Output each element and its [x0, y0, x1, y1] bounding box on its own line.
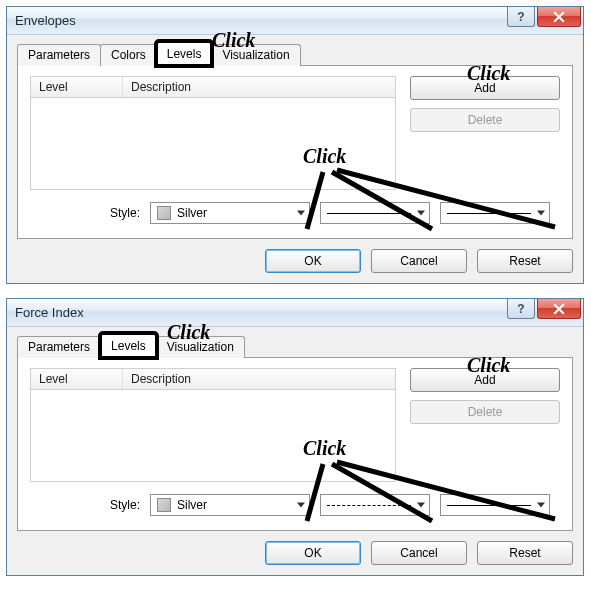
column-header-level[interactable]: Level: [31, 77, 123, 97]
tab-panel-levels: Level Description Add Delete Style: Silv…: [17, 65, 573, 239]
line-weight-combo[interactable]: [440, 494, 550, 516]
cancel-button[interactable]: Cancel: [371, 541, 467, 565]
dialog-title: Force Index: [15, 305, 84, 320]
levels-grid-body[interactable]: [30, 98, 396, 190]
levels-grid: Level Description: [30, 76, 396, 190]
window-buttons: [505, 299, 581, 319]
line-weight-preview: [447, 505, 531, 506]
tab-parameters[interactable]: Parameters: [17, 336, 101, 358]
delete-button: Delete: [410, 400, 560, 424]
chevron-down-icon: [537, 211, 545, 216]
dialog-title: Envelopes: [15, 13, 76, 28]
style-color-value: Silver: [177, 206, 207, 220]
line-style-combo[interactable]: [320, 202, 430, 224]
close-button[interactable]: [537, 7, 581, 27]
style-color-combo[interactable]: Silver: [150, 494, 310, 516]
line-style-combo[interactable]: [320, 494, 430, 516]
tabstrip: Parameters Levels Visualization: [17, 335, 573, 358]
ok-button[interactable]: OK: [265, 249, 361, 273]
tab-levels[interactable]: Levels: [156, 41, 213, 66]
chevron-down-icon: [417, 503, 425, 508]
tab-panel-levels: Level Description Add Delete Style: Silv…: [17, 357, 573, 531]
chevron-down-icon: [417, 211, 425, 216]
add-button[interactable]: Add: [410, 76, 560, 100]
dialog-buttons: OK Cancel Reset: [17, 531, 573, 565]
silver-swatch-icon: [157, 206, 171, 220]
add-button[interactable]: Add: [410, 368, 560, 392]
cancel-button[interactable]: Cancel: [371, 249, 467, 273]
dialog-envelopes: Envelopes Parameters Colors Levels Visua…: [6, 6, 584, 284]
style-color-combo[interactable]: Silver: [150, 202, 310, 224]
titlebar: Envelopes: [7, 7, 583, 35]
tab-colors[interactable]: Colors: [100, 44, 157, 66]
tab-parameters[interactable]: Parameters: [17, 44, 101, 66]
levels-grid: Level Description: [30, 368, 396, 482]
reset-button[interactable]: Reset: [477, 249, 573, 273]
dialog-buttons: OK Cancel Reset: [17, 239, 573, 273]
chevron-down-icon: [297, 211, 305, 216]
dialog-force-index: Force Index Parameters Levels Visualizat…: [6, 298, 584, 576]
tabstrip: Parameters Colors Levels Visualization: [17, 43, 573, 66]
reset-button[interactable]: Reset: [477, 541, 573, 565]
levels-grid-body[interactable]: [30, 390, 396, 482]
column-header-description[interactable]: Description: [123, 77, 395, 97]
line-style-preview: [327, 213, 411, 214]
line-weight-preview: [447, 213, 531, 214]
close-button[interactable]: [537, 299, 581, 319]
style-label: Style:: [30, 498, 150, 512]
column-header-level[interactable]: Level: [31, 369, 123, 389]
style-label: Style:: [30, 206, 150, 220]
delete-button: Delete: [410, 108, 560, 132]
titlebar: Force Index: [7, 299, 583, 327]
tab-levels[interactable]: Levels: [100, 333, 157, 358]
line-style-preview: [327, 505, 411, 506]
tab-visualization[interactable]: Visualization: [156, 336, 245, 358]
style-color-value: Silver: [177, 498, 207, 512]
window-buttons: [505, 7, 581, 27]
line-weight-combo[interactable]: [440, 202, 550, 224]
help-button[interactable]: [507, 7, 535, 27]
help-button[interactable]: [507, 299, 535, 319]
column-header-description[interactable]: Description: [123, 369, 395, 389]
tab-visualization[interactable]: Visualization: [211, 44, 300, 66]
silver-swatch-icon: [157, 498, 171, 512]
chevron-down-icon: [297, 503, 305, 508]
chevron-down-icon: [537, 503, 545, 508]
ok-button[interactable]: OK: [265, 541, 361, 565]
